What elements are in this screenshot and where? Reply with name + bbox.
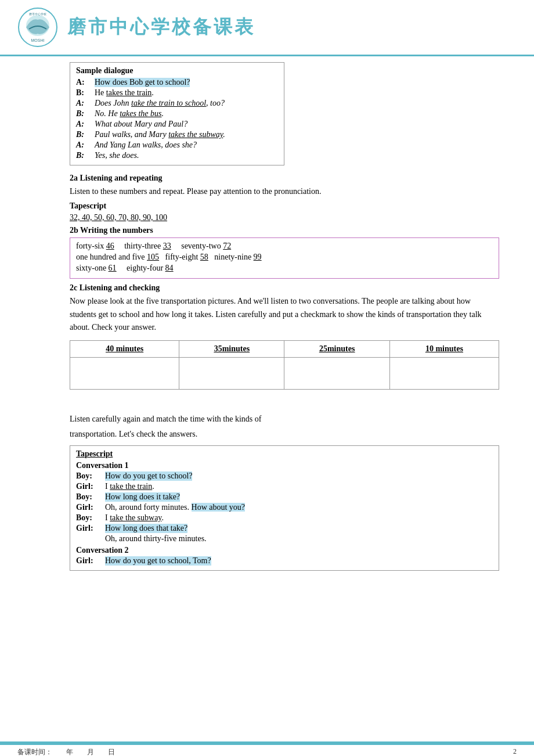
text-a1: How does Bob get to school? (95, 78, 190, 87)
conv1-line-5: Boy: I take the subway. (76, 513, 493, 523)
conv2-text-1: How do you get to school, Tom? (105, 556, 211, 566)
conv2-title: Conversation 2 (76, 546, 493, 555)
conv1-line-1: Boy: How do you get to school? (76, 471, 493, 481)
speaker-a2: A: (76, 99, 92, 108)
text-b4: Yes, she does. (95, 151, 139, 160)
section-2a-tapescript-label: Tapescript (70, 201, 499, 211)
speaker-a1: A: (76, 78, 92, 87)
time-cell-2 (179, 357, 284, 389)
conv1-text-1: How do you get to school? (105, 471, 192, 481)
sample-dialogue-box: Sample dialogue A: How does Bob get to s… (70, 62, 284, 165)
speaker-b4: B: (76, 151, 92, 160)
dialogue-line-1: A: How does Bob get to school? (76, 78, 278, 87)
main-content: Sample dialogue A: How does Bob get to s… (0, 56, 534, 736)
dialogue-line-8: B: Yes, she does. (76, 151, 278, 160)
conv2-line-1: Girl: How do you get to school, Tom? (76, 556, 493, 566)
text-a3: What about Mary and Paul? (95, 120, 187, 129)
text-b3: Paul walks, and Mary takes the subway. (95, 130, 225, 139)
speaker-a3: A: (76, 120, 92, 129)
conv1-speaker-6: Girl: (76, 524, 103, 533)
conv1-line-6: Girl: How long does that take? (76, 524, 493, 533)
speaker-a4: A: (76, 141, 92, 150)
time-col-1: 40 minutes (70, 340, 179, 357)
conv1-speaker-1: Boy: (76, 471, 103, 481)
speaker-b2: B: (76, 109, 92, 118)
section-2b-title: 2b Writing the numbers (70, 226, 499, 235)
speaker-b3: B: (76, 130, 92, 139)
conv1-speaker-3: Boy: (76, 492, 103, 502)
section-2c-title: 2c Listening and checking (70, 283, 499, 293)
dialogue-line-2: B: He takes the train. (76, 88, 278, 98)
section-2a-title: 2a Listening and repeating (70, 174, 499, 183)
writing-box: forty-six 46 thirty-three 33 seventy-two… (70, 237, 499, 279)
time-table: 40 minutes 35minutes 25minutes 10 minute… (70, 340, 499, 390)
section-2a-numbers: 32, 40, 50, 60, 70, 80, 90, 100 (70, 213, 499, 222)
svg-text:磨市中心学校: 磨市中心学校 (29, 12, 46, 16)
tapescript-label: Tapescript (76, 449, 493, 459)
svg-text:MOSHI: MOSHI (31, 38, 45, 42)
writing-row-2: one hundred and five 105 fifty-eight 58 … (76, 253, 493, 262)
section-2a-desc: Listen to these numbers and repeat. Plea… (70, 185, 499, 198)
section-2c-desc: Now please look at the five transportati… (70, 295, 499, 334)
conv2-speaker-1: Girl: (76, 556, 103, 566)
conv1-text-4: Oh, around forty minutes. How about you? (105, 503, 245, 512)
text-a4: And Yang Lan walks, does she? (95, 141, 197, 150)
conv1-line-4: Girl: Oh, around forty minutes. How abou… (76, 503, 493, 512)
time-cell-4 (389, 357, 499, 389)
time-cell-1 (70, 357, 179, 389)
conv1-title: Conversation 1 (76, 461, 493, 470)
time-col-3: 25minutes (284, 340, 389, 357)
conv1-speaker-2: Girl: (76, 482, 103, 491)
school-title: 磨市中心学校备课表 (67, 15, 255, 40)
text-a2: Does John take the train to school, too? (95, 99, 225, 108)
dialogue-line-5: A: What about Mary and Paul? (76, 120, 278, 129)
writing-row-1: forty-six 46 thirty-three 33 seventy-two… (76, 242, 493, 251)
time-col-4: 10 minutes (389, 340, 499, 357)
text-b1: He takes the train. (95, 88, 154, 98)
speaker-b1: B: (76, 88, 92, 98)
tapescript-box: Tapescript Conversation 1 Boy: How do yo… (70, 445, 499, 571)
footer-label: 备课时间： 年 月 日 (17, 747, 115, 756)
writing-row-3: sixty-one 61 eighty-four 84 (76, 264, 493, 273)
match-text-1: Listen carefully again and match the tim… (70, 413, 499, 426)
logo: MOSHI 磨市中心学校 (17, 7, 58, 48)
conv1-text-3: How long does it take? (105, 492, 180, 502)
dialogue-line-4: B: No. He takes the bus. (76, 109, 278, 118)
header: MOSHI 磨市中心学校 磨市中心学校备课表 (0, 0, 534, 56)
dialogue-line-7: A: And Yang Lan walks, does she? (76, 141, 278, 150)
conv1-text-7: Oh, around thirty-five minutes. (105, 534, 207, 543)
footer-page-num: 2 (513, 747, 517, 756)
conv1-line-2: Girl: I take the train. (76, 482, 493, 491)
conv1-speaker-4: Girl: (76, 503, 103, 512)
match-text-2: transportation. Let's check the answers. (70, 428, 499, 441)
conv1-text-5: I take the subway. (105, 513, 164, 523)
time-col-2: 35minutes (179, 340, 284, 357)
footer-text-row: 备课时间： 年 月 日 2 (0, 745, 534, 756)
sample-dialogue-title: Sample dialogue (76, 66, 278, 75)
conv1-text-6: How long does that take? (105, 524, 187, 533)
time-cell-3 (284, 357, 389, 389)
conv1-speaker-5: Boy: (76, 513, 103, 523)
conv1-line-7: Oh, around thirty-five minutes. (76, 534, 493, 543)
text-b2: No. He takes the bus. (95, 109, 164, 118)
conv1-text-2: I take the train. (105, 482, 154, 491)
conv1-speaker-7 (76, 534, 103, 543)
dialogue-line-6: B: Paul walks, and Mary takes the subway… (76, 130, 278, 139)
dialogue-line-3: A: Does John take the train to school, t… (76, 99, 278, 108)
conv1-line-3: Boy: How long does it take? (76, 492, 493, 502)
